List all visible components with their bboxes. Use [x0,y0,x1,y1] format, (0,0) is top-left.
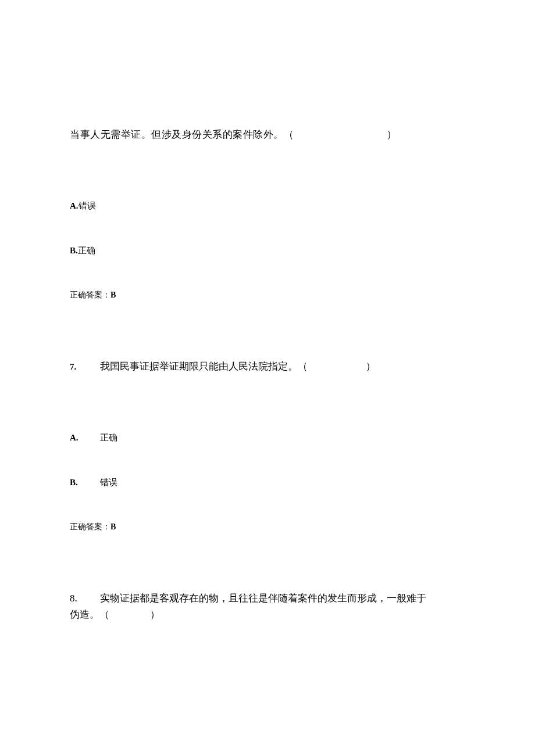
q8-number: 8. [70,590,100,606]
q7-option-b-text: 错误 [100,478,117,487]
q8-text-line2-end: ） [150,609,160,620]
q7-option-a-text: 正确 [100,433,117,442]
q7-answer-value: B [110,522,116,531]
q7-option-a-label: A. [70,433,100,443]
q7-option-b-label: B. [70,478,100,488]
q6-text-end: ） [387,129,397,140]
q7-option-a: A.正确 [70,432,465,443]
question-7: 7.我国民事证据举证期限只能由人民法院指定。（） [70,359,465,374]
question-6-continuation: 当事人无需举证。但涉及身份关系的案件除外。（） [70,127,465,142]
q7-number: 7. [70,360,100,374]
q6-answer-value: B [110,291,116,299]
q6-option-b-text: 正确 [78,246,95,255]
q8-text-line1: 实物证据都是客观存在的物，且往往是伴随着案件的发生而形成，一般难于 [100,593,426,604]
q6-option-b-label: B. [70,246,78,255]
q6-answer: 正确答案：B [70,290,465,300]
q6-text: 当事人无需举证。但涉及身份关系的案件除外。（ [70,129,294,140]
q7-answer: 正确答案：B [70,522,465,532]
q7-text-end: ） [366,361,376,372]
q7-option-b: B.错误 [70,477,465,488]
q6-option-a-text: 错误 [79,201,96,210]
q7-answer-prefix: 正确答案： [70,522,110,531]
q6-answer-prefix: 正确答案： [70,291,110,299]
q7-text: 我国民事证据举证期限只能由人民法院指定。（ [100,361,308,372]
q6-option-b: B.正确 [70,245,465,256]
q6-option-a-label: A. [70,201,79,210]
question-8: 8.实物证据都是客观存在的物，且往往是伴随着案件的发生而形成，一般难于 伪造。（… [70,590,465,622]
q6-option-a: A.错误 [70,200,465,212]
q8-text-line2: 伪造。（ [70,609,109,620]
